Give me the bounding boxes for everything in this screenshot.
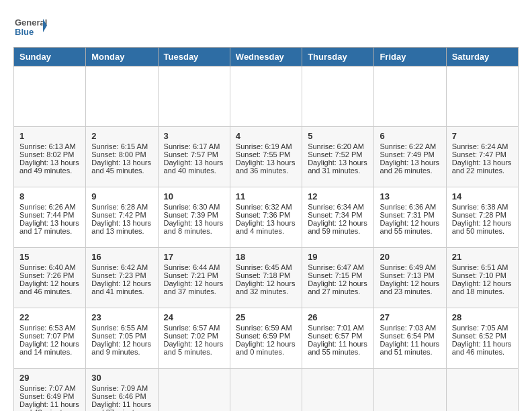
calendar-cell: 22Sunrise: 6:53 AMSunset: 7:07 PMDayligh… (14, 308, 86, 369)
day-number: 10 (164, 191, 224, 201)
sunset-text: Sunset: 7:57 PM (164, 150, 224, 158)
day-number: 8 (19, 191, 80, 201)
sunrise-text: Sunrise: 6:59 AM (236, 324, 296, 332)
daylight-text: Daylight: 12 hours and 46 minutes. (19, 279, 80, 295)
sunset-text: Sunset: 7:13 PM (380, 271, 440, 279)
daylight-text: Daylight: 13 hours and 17 minutes. (19, 219, 80, 235)
sunrise-text: Sunrise: 6:22 AM (380, 142, 440, 150)
sunrise-text: Sunrise: 6:45 AM (236, 263, 296, 271)
daylight-text: Daylight: 11 hours and 55 minutes. (308, 340, 368, 356)
daylight-text: Daylight: 13 hours and 36 minutes. (236, 158, 296, 175)
sunset-text: Sunset: 7:44 PM (19, 211, 80, 219)
day-header-sunday: Sunday (14, 48, 86, 66)
sunset-text: Sunset: 6:46 PM (91, 392, 152, 400)
sunrise-text: Sunrise: 6:49 AM (380, 263, 440, 271)
sunrise-text: Sunrise: 7:09 AM (91, 384, 152, 392)
calendar-cell: 20Sunrise: 6:49 AMSunset: 7:13 PMDayligh… (374, 248, 446, 308)
week-row-0 (14, 66, 519, 127)
calendar-cell: 26Sunrise: 7:01 AMSunset: 6:57 PMDayligh… (302, 308, 374, 369)
day-number: 12 (308, 191, 368, 201)
daylight-text: Daylight: 13 hours and 45 minutes. (91, 158, 152, 175)
svg-text:Blue: Blue (15, 27, 34, 37)
daylight-text: Daylight: 12 hours and 9 minutes. (91, 340, 152, 356)
week-row-4: 22Sunrise: 6:53 AMSunset: 7:07 PMDayligh… (14, 308, 519, 369)
day-number: 18 (236, 252, 296, 262)
day-number: 2 (91, 131, 152, 141)
daylight-text: Daylight: 13 hours and 40 minutes. (164, 158, 224, 175)
sunrise-text: Sunrise: 6:36 AM (380, 203, 440, 211)
calendar-cell: 6Sunrise: 6:22 AMSunset: 7:49 PMDaylight… (374, 127, 446, 187)
daylight-text: Daylight: 12 hours and 50 minutes. (452, 219, 513, 235)
sunset-text: Sunset: 7:34 PM (308, 211, 368, 219)
sunrise-text: Sunrise: 6:24 AM (452, 142, 513, 150)
sunset-text: Sunset: 7:18 PM (236, 271, 296, 279)
calendar-cell: 9Sunrise: 6:28 AMSunset: 7:42 PMDaylight… (86, 187, 158, 248)
daylight-text: Daylight: 13 hours and 49 minutes. (19, 158, 80, 175)
day-number: 19 (308, 252, 368, 262)
calendar-cell: 10Sunrise: 6:30 AMSunset: 7:39 PMDayligh… (158, 187, 230, 248)
sunrise-text: Sunrise: 6:26 AM (19, 203, 80, 211)
sunset-text: Sunset: 8:02 PM (19, 150, 80, 158)
calendar-cell (230, 66, 302, 127)
sunset-text: Sunset: 6:54 PM (380, 332, 440, 340)
calendar-cell: 24Sunrise: 6:57 AMSunset: 7:02 PMDayligh… (158, 308, 230, 369)
calendar-cell: 16Sunrise: 6:42 AMSunset: 7:23 PMDayligh… (86, 248, 158, 308)
sunset-text: Sunset: 7:28 PM (452, 211, 513, 219)
day-number: 28 (452, 312, 513, 322)
sunset-text: Sunset: 6:57 PM (308, 332, 368, 340)
day-header-friday: Friday (374, 48, 446, 66)
daylight-text: Daylight: 13 hours and 26 minutes. (380, 158, 440, 175)
calendar-cell (374, 66, 446, 127)
sunset-text: Sunset: 7:42 PM (91, 211, 152, 219)
day-number: 25 (236, 312, 296, 322)
calendar-cell: 11Sunrise: 6:32 AMSunset: 7:36 PMDayligh… (230, 187, 302, 248)
day-number: 1 (19, 131, 80, 141)
week-row-1: 1Sunrise: 6:13 AMSunset: 8:02 PMDaylight… (14, 127, 519, 187)
calendar-cell: 28Sunrise: 7:05 AMSunset: 6:52 PMDayligh… (446, 308, 518, 369)
day-number: 29 (19, 373, 80, 383)
day-number: 21 (452, 252, 513, 262)
week-row-3: 15Sunrise: 6:40 AMSunset: 7:26 PMDayligh… (14, 248, 519, 308)
day-number: 9 (91, 191, 152, 201)
day-header-saturday: Saturday (446, 48, 518, 66)
sunset-text: Sunset: 6:52 PM (452, 332, 513, 340)
sunrise-text: Sunrise: 6:55 AM (91, 324, 152, 332)
sunset-text: Sunset: 7:36 PM (236, 211, 296, 219)
calendar-cell: 25Sunrise: 6:59 AMSunset: 6:59 PMDayligh… (230, 308, 302, 369)
day-number: 26 (308, 312, 368, 322)
sunrise-text: Sunrise: 6:38 AM (452, 203, 513, 211)
calendar-cell: 1Sunrise: 6:13 AMSunset: 8:02 PMDaylight… (14, 127, 86, 187)
daylight-text: Daylight: 12 hours and 41 minutes. (91, 279, 152, 295)
calendar-cell (86, 66, 158, 127)
sunrise-text: Sunrise: 6:34 AM (308, 203, 368, 211)
day-header-tuesday: Tuesday (158, 48, 230, 66)
sunset-text: Sunset: 7:15 PM (308, 271, 368, 279)
daylight-text: Daylight: 11 hours and 46 minutes. (452, 340, 513, 356)
logo: General Blue (13, 13, 50, 40)
calendar-cell: 19Sunrise: 6:47 AMSunset: 7:15 PMDayligh… (302, 248, 374, 308)
daylight-text: Daylight: 12 hours and 14 minutes. (19, 340, 80, 356)
daylight-text: Daylight: 11 hours and 51 minutes. (380, 340, 440, 356)
daylight-text: Daylight: 12 hours and 37 minutes. (164, 279, 224, 295)
day-number: 20 (380, 252, 440, 262)
daylight-text: Daylight: 12 hours and 18 minutes. (452, 279, 513, 295)
sunrise-text: Sunrise: 6:42 AM (91, 263, 152, 271)
daylight-text: Daylight: 12 hours and 32 minutes. (236, 279, 296, 295)
day-number: 7 (452, 131, 513, 141)
calendar-cell: 3Sunrise: 6:17 AMSunset: 7:57 PMDaylight… (158, 127, 230, 187)
sunset-text: Sunset: 7:49 PM (380, 150, 440, 158)
header-row: SundayMondayTuesdayWednesdayThursdayFrid… (14, 48, 519, 66)
day-header-wednesday: Wednesday (230, 48, 302, 66)
sunset-text: Sunset: 7:10 PM (452, 271, 513, 279)
calendar-cell: 29Sunrise: 7:07 AMSunset: 6:49 PMDayligh… (14, 369, 86, 412)
calendar-table: SundayMondayTuesdayWednesdayThursdayFrid… (13, 47, 519, 411)
sunrise-text: Sunrise: 6:15 AM (91, 142, 152, 150)
day-number: 6 (380, 131, 440, 141)
calendar-cell: 30Sunrise: 7:09 AMSunset: 6:46 PMDayligh… (86, 369, 158, 412)
daylight-text: Daylight: 12 hours and 23 minutes. (380, 279, 440, 295)
day-number: 22 (19, 312, 80, 322)
calendar-cell: 8Sunrise: 6:26 AMSunset: 7:44 PMDaylight… (14, 187, 86, 248)
calendar-cell: 7Sunrise: 6:24 AMSunset: 7:47 PMDaylight… (446, 127, 518, 187)
daylight-text: Daylight: 12 hours and 0 minutes. (236, 340, 296, 356)
calendar-cell: 12Sunrise: 6:34 AMSunset: 7:34 PMDayligh… (302, 187, 374, 248)
